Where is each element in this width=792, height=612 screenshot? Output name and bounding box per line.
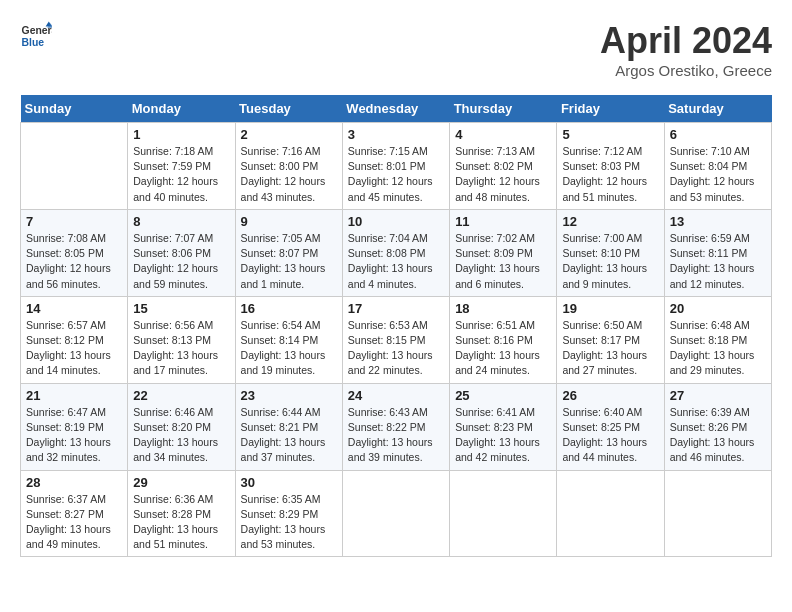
day-info: Sunrise: 7:18 AMSunset: 7:59 PMDaylight:… (133, 144, 229, 205)
logo: General Blue (20, 20, 52, 52)
week-row-4: 21Sunrise: 6:47 AMSunset: 8:19 PMDayligh… (21, 383, 772, 470)
day-cell: 1Sunrise: 7:18 AMSunset: 7:59 PMDaylight… (128, 123, 235, 210)
day-cell (342, 470, 449, 557)
day-info: Sunrise: 7:08 AMSunset: 8:05 PMDaylight:… (26, 231, 122, 292)
logo-icon: General Blue (20, 20, 52, 52)
day-number: 22 (133, 388, 229, 403)
day-info: Sunrise: 7:13 AMSunset: 8:02 PMDaylight:… (455, 144, 551, 205)
day-number: 17 (348, 301, 444, 316)
day-info: Sunrise: 6:57 AMSunset: 8:12 PMDaylight:… (26, 318, 122, 379)
day-number: 10 (348, 214, 444, 229)
day-cell: 23Sunrise: 6:44 AMSunset: 8:21 PMDayligh… (235, 383, 342, 470)
day-number: 18 (455, 301, 551, 316)
day-cell: 8Sunrise: 7:07 AMSunset: 8:06 PMDaylight… (128, 209, 235, 296)
day-cell (557, 470, 664, 557)
header-sunday: Sunday (21, 95, 128, 123)
day-cell: 16Sunrise: 6:54 AMSunset: 8:14 PMDayligh… (235, 296, 342, 383)
day-number: 23 (241, 388, 337, 403)
day-info: Sunrise: 6:44 AMSunset: 8:21 PMDaylight:… (241, 405, 337, 466)
day-info: Sunrise: 7:12 AMSunset: 8:03 PMDaylight:… (562, 144, 658, 205)
day-number: 9 (241, 214, 337, 229)
day-cell: 22Sunrise: 6:46 AMSunset: 8:20 PMDayligh… (128, 383, 235, 470)
calendar-header-row: SundayMondayTuesdayWednesdayThursdayFrid… (21, 95, 772, 123)
day-info: Sunrise: 7:15 AMSunset: 8:01 PMDaylight:… (348, 144, 444, 205)
day-cell: 3Sunrise: 7:15 AMSunset: 8:01 PMDaylight… (342, 123, 449, 210)
day-info: Sunrise: 6:50 AMSunset: 8:17 PMDaylight:… (562, 318, 658, 379)
day-cell (664, 470, 771, 557)
day-cell: 10Sunrise: 7:04 AMSunset: 8:08 PMDayligh… (342, 209, 449, 296)
day-info: Sunrise: 6:41 AMSunset: 8:23 PMDaylight:… (455, 405, 551, 466)
day-number: 8 (133, 214, 229, 229)
day-number: 6 (670, 127, 766, 142)
day-number: 16 (241, 301, 337, 316)
day-number: 15 (133, 301, 229, 316)
day-number: 25 (455, 388, 551, 403)
day-cell: 7Sunrise: 7:08 AMSunset: 8:05 PMDaylight… (21, 209, 128, 296)
location-subtitle: Argos Orestiko, Greece (600, 62, 772, 79)
header-wednesday: Wednesday (342, 95, 449, 123)
day-info: Sunrise: 6:40 AMSunset: 8:25 PMDaylight:… (562, 405, 658, 466)
day-cell (450, 470, 557, 557)
day-cell: 28Sunrise: 6:37 AMSunset: 8:27 PMDayligh… (21, 470, 128, 557)
day-info: Sunrise: 6:56 AMSunset: 8:13 PMDaylight:… (133, 318, 229, 379)
day-number: 30 (241, 475, 337, 490)
day-number: 13 (670, 214, 766, 229)
day-info: Sunrise: 6:51 AMSunset: 8:16 PMDaylight:… (455, 318, 551, 379)
day-cell: 6Sunrise: 7:10 AMSunset: 8:04 PMDaylight… (664, 123, 771, 210)
header-friday: Friday (557, 95, 664, 123)
day-cell: 4Sunrise: 7:13 AMSunset: 8:02 PMDaylight… (450, 123, 557, 210)
page-header: General Blue April 2024 Argos Orestiko, … (20, 20, 772, 79)
header-tuesday: Tuesday (235, 95, 342, 123)
day-info: Sunrise: 7:04 AMSunset: 8:08 PMDaylight:… (348, 231, 444, 292)
day-cell: 30Sunrise: 6:35 AMSunset: 8:29 PMDayligh… (235, 470, 342, 557)
day-cell: 14Sunrise: 6:57 AMSunset: 8:12 PMDayligh… (21, 296, 128, 383)
day-info: Sunrise: 6:47 AMSunset: 8:19 PMDaylight:… (26, 405, 122, 466)
day-number: 12 (562, 214, 658, 229)
day-cell: 11Sunrise: 7:02 AMSunset: 8:09 PMDayligh… (450, 209, 557, 296)
svg-text:General: General (22, 25, 52, 36)
day-number: 27 (670, 388, 766, 403)
day-cell: 26Sunrise: 6:40 AMSunset: 8:25 PMDayligh… (557, 383, 664, 470)
day-cell (21, 123, 128, 210)
day-info: Sunrise: 6:59 AMSunset: 8:11 PMDaylight:… (670, 231, 766, 292)
day-number: 28 (26, 475, 122, 490)
header-monday: Monday (128, 95, 235, 123)
day-number: 4 (455, 127, 551, 142)
day-number: 19 (562, 301, 658, 316)
day-cell: 24Sunrise: 6:43 AMSunset: 8:22 PMDayligh… (342, 383, 449, 470)
calendar-table: SundayMondayTuesdayWednesdayThursdayFrid… (20, 95, 772, 557)
day-info: Sunrise: 6:35 AMSunset: 8:29 PMDaylight:… (241, 492, 337, 553)
day-number: 14 (26, 301, 122, 316)
day-cell: 25Sunrise: 6:41 AMSunset: 8:23 PMDayligh… (450, 383, 557, 470)
day-info: Sunrise: 6:39 AMSunset: 8:26 PMDaylight:… (670, 405, 766, 466)
day-cell: 12Sunrise: 7:00 AMSunset: 8:10 PMDayligh… (557, 209, 664, 296)
day-number: 5 (562, 127, 658, 142)
week-row-3: 14Sunrise: 6:57 AMSunset: 8:12 PMDayligh… (21, 296, 772, 383)
svg-text:Blue: Blue (22, 37, 45, 48)
day-info: Sunrise: 7:00 AMSunset: 8:10 PMDaylight:… (562, 231, 658, 292)
month-title: April 2024 (600, 20, 772, 62)
day-number: 21 (26, 388, 122, 403)
day-number: 11 (455, 214, 551, 229)
day-number: 1 (133, 127, 229, 142)
day-cell: 18Sunrise: 6:51 AMSunset: 8:16 PMDayligh… (450, 296, 557, 383)
day-info: Sunrise: 6:37 AMSunset: 8:27 PMDaylight:… (26, 492, 122, 553)
day-number: 2 (241, 127, 337, 142)
week-row-1: 1Sunrise: 7:18 AMSunset: 7:59 PMDaylight… (21, 123, 772, 210)
day-cell: 29Sunrise: 6:36 AMSunset: 8:28 PMDayligh… (128, 470, 235, 557)
day-number: 3 (348, 127, 444, 142)
day-number: 29 (133, 475, 229, 490)
day-info: Sunrise: 7:07 AMSunset: 8:06 PMDaylight:… (133, 231, 229, 292)
week-row-2: 7Sunrise: 7:08 AMSunset: 8:05 PMDaylight… (21, 209, 772, 296)
day-cell: 17Sunrise: 6:53 AMSunset: 8:15 PMDayligh… (342, 296, 449, 383)
day-cell: 13Sunrise: 6:59 AMSunset: 8:11 PMDayligh… (664, 209, 771, 296)
day-number: 7 (26, 214, 122, 229)
day-cell: 2Sunrise: 7:16 AMSunset: 8:00 PMDaylight… (235, 123, 342, 210)
day-cell: 5Sunrise: 7:12 AMSunset: 8:03 PMDaylight… (557, 123, 664, 210)
week-row-5: 28Sunrise: 6:37 AMSunset: 8:27 PMDayligh… (21, 470, 772, 557)
day-cell: 21Sunrise: 6:47 AMSunset: 8:19 PMDayligh… (21, 383, 128, 470)
day-info: Sunrise: 7:16 AMSunset: 8:00 PMDaylight:… (241, 144, 337, 205)
day-cell: 20Sunrise: 6:48 AMSunset: 8:18 PMDayligh… (664, 296, 771, 383)
day-info: Sunrise: 6:36 AMSunset: 8:28 PMDaylight:… (133, 492, 229, 553)
day-info: Sunrise: 7:02 AMSunset: 8:09 PMDaylight:… (455, 231, 551, 292)
